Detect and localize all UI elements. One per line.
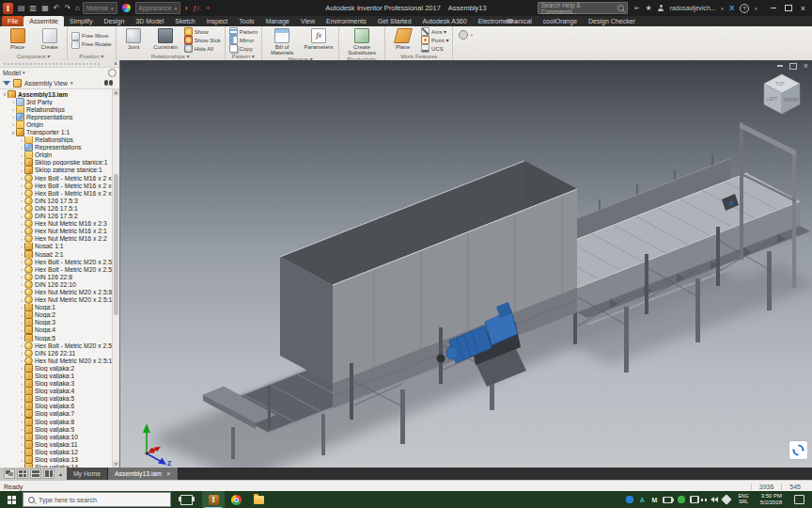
tree-scrollbar[interactable]: ▲ ▼ bbox=[112, 89, 119, 468]
help-icon[interactable]: ? bbox=[740, 4, 749, 13]
pattern-button[interactable]: Pattern bbox=[227, 28, 259, 36]
tree-item[interactable]: › Relationships bbox=[1, 136, 112, 144]
new-file-button[interactable]: ▤ bbox=[18, 5, 25, 12]
tree-item[interactable]: › Slog valjaka:6 bbox=[1, 403, 112, 410]
ribbon-tab[interactable]: File bbox=[2, 16, 23, 26]
ucs-button[interactable]: UCS bbox=[419, 45, 450, 53]
action-center-icon[interactable] bbox=[794, 495, 804, 504]
tree-item[interactable]: › Noga:4 bbox=[1, 326, 112, 334]
mirror-button[interactable]: Mirror bbox=[227, 37, 259, 44]
open-button[interactable]: ▥ bbox=[30, 5, 38, 12]
tree-item[interactable]: › Noga:3 bbox=[1, 319, 112, 326]
taskbar-search-input[interactable]: Type here to search bbox=[23, 492, 171, 507]
tree-item[interactable]: › Slog valjaka:4 bbox=[1, 388, 112, 395]
joint-button[interactable]: Joint bbox=[118, 27, 149, 53]
doc-minimize-button[interactable] bbox=[777, 65, 783, 67]
tree-item[interactable]: › DIN 126 22:10 bbox=[1, 280, 112, 288]
material-dropdown[interactable]: Material ▾ bbox=[83, 2, 117, 14]
close-button[interactable]: × bbox=[801, 5, 805, 12]
tree-item[interactable]: › Noga:5 bbox=[1, 334, 112, 341]
view-cube[interactable]: TOP LEFT FRONT bbox=[760, 72, 804, 118]
start-button[interactable] bbox=[0, 491, 23, 508]
restore-button[interactable] bbox=[785, 5, 792, 11]
ribbon-tab[interactable]: Get Started bbox=[372, 16, 417, 26]
plus-button[interactable]: + bbox=[206, 5, 211, 12]
ribbon-tab[interactable]: Environments bbox=[320, 16, 372, 26]
ribbon-tab[interactable]: Simplify bbox=[64, 16, 99, 26]
scrollbar-thumb[interactable] bbox=[114, 174, 118, 315]
favorites-star-icon[interactable]: ★ bbox=[645, 5, 651, 12]
tree-item[interactable]: › Origin bbox=[1, 120, 112, 128]
tree-item[interactable]: › Hex Bolt - Metric M20 x 2.5 x 50:2 bbox=[1, 258, 112, 265]
copy-button[interactable]: Copy bbox=[227, 45, 259, 53]
taskbar-explorer-app[interactable] bbox=[247, 491, 270, 508]
tree-item[interactable]: › Slog valjaka:5 bbox=[1, 395, 112, 403]
mail-icon[interactable]: M bbox=[650, 496, 658, 504]
undo-button[interactable]: ↶ bbox=[54, 5, 60, 12]
sign-in-arrow-icon[interactable]: ➢ bbox=[633, 5, 640, 12]
tree-item[interactable]: › Sklop pogonske stanice:1 bbox=[1, 159, 112, 167]
show-button[interactable]: Show bbox=[182, 28, 223, 36]
tile-windows-button[interactable] bbox=[17, 468, 28, 479]
tree-item[interactable]: › Hex Nut Metric M20 x 2.5:8 bbox=[1, 288, 112, 295]
task-view-button[interactable] bbox=[180, 495, 193, 505]
appearance-dropdown[interactable]: Appearance ▾ bbox=[135, 2, 181, 14]
scroll-up-icon[interactable]: ▲ bbox=[113, 89, 119, 96]
chat-icon[interactable] bbox=[690, 496, 699, 503]
dropdown-arrow-icon[interactable]: ▾ bbox=[755, 6, 757, 11]
tree-item[interactable]: › Slog valjaka:3 bbox=[1, 380, 112, 388]
tree-item[interactable]: › DIN 126 17.5:2 bbox=[1, 213, 112, 220]
battery-icon[interactable] bbox=[663, 497, 673, 503]
point-button[interactable]: Point ▾ bbox=[419, 37, 450, 44]
tree-item[interactable]: › Nosač 1:1 bbox=[1, 243, 112, 250]
panel-label[interactable]: Component ▾ bbox=[2, 53, 65, 60]
tree-item[interactable]: › Slog valjaka:11 bbox=[1, 440, 112, 448]
taskbar-inventor-app[interactable]: I bbox=[202, 491, 225, 508]
tree-item[interactable]: › Origin bbox=[1, 151, 112, 159]
redo-button[interactable]: ↷ bbox=[64, 5, 70, 12]
tree-item[interactable]: › DIN 126 17.5:1 bbox=[1, 204, 112, 212]
tree-item[interactable]: › Relationships bbox=[1, 105, 112, 113]
tree-item[interactable]: › DIN 126 22:8 bbox=[1, 273, 112, 280]
tab-assembly13[interactable]: Assembly13.iam × bbox=[108, 468, 179, 480]
language-indicator[interactable]: ENG SRL bbox=[738, 494, 748, 504]
ribbon-tab[interactable]: Design bbox=[99, 16, 131, 26]
ribbon-tab[interactable]: Inspect bbox=[201, 16, 234, 26]
tree-item[interactable]: › Hex Nut Metric M20 x 2.5:10 bbox=[1, 296, 112, 304]
volume-icon[interactable] bbox=[704, 497, 718, 502]
color-wheel-icon[interactable] bbox=[122, 4, 131, 12]
constrain-button[interactable]: Constrain bbox=[150, 27, 181, 53]
graphics-viewport[interactable]: × TOP LEFT FRONT Z bbox=[120, 60, 812, 468]
tree-item[interactable]: › Noga:2 bbox=[1, 311, 112, 319]
free-rotate-button[interactable]: Free Rotate bbox=[70, 40, 114, 48]
tree-item[interactable]: › Representations bbox=[1, 144, 112, 151]
tree-item[interactable]: › Sklop zatezne stanice:1 bbox=[1, 167, 112, 174]
tree-item[interactable]: › Slog valjaka:9 bbox=[1, 425, 112, 433]
save-button[interactable]: ▦ bbox=[41, 5, 49, 12]
browser-title[interactable]: Model bbox=[3, 70, 21, 76]
ribbon-tab[interactable]: coolOrange bbox=[538, 16, 583, 26]
help-search-box[interactable]: Search Help & Commands... bbox=[538, 2, 628, 14]
tab-my-home[interactable]: My Home bbox=[67, 468, 108, 480]
scroll-down-icon[interactable]: ▼ bbox=[113, 461, 119, 468]
tile-vertical-button[interactable] bbox=[43, 468, 55, 479]
panel-label[interactable]: Relationships ▾ bbox=[118, 53, 223, 60]
browser-grip-bar[interactable]: × bbox=[0, 60, 119, 68]
tree-item[interactable]: › Slog valjaka:2 bbox=[1, 364, 112, 372]
tree-item[interactable]: › Representations bbox=[1, 113, 112, 120]
parameters-button[interactable]: fxParameters bbox=[301, 27, 336, 56]
ribbon-tab[interactable]: Manage bbox=[260, 16, 295, 26]
hide-all-button[interactable]: Hide All bbox=[182, 45, 223, 53]
tile-horizontal-button[interactable] bbox=[30, 468, 41, 479]
tree-item[interactable]: › DIN 126 22:11 bbox=[1, 349, 112, 357]
tree-item[interactable]: › Hex Bolt - Metric M20 x 2.5 x 50:9 bbox=[1, 341, 112, 349]
browser-close-button[interactable]: × bbox=[114, 61, 117, 67]
home-button[interactable]: ⌂ bbox=[75, 5, 80, 12]
tree-item[interactable]: › Slog valjaka:1 bbox=[1, 372, 112, 379]
inventor-logo-icon[interactable]: I bbox=[3, 3, 13, 14]
ribbon-tab[interactable]: Sketch bbox=[169, 16, 200, 26]
search-binoculars-icon[interactable] bbox=[104, 80, 113, 86]
create-button[interactable]: Create bbox=[34, 27, 65, 53]
bill-of-materials-button[interactable]: Bill of Materials bbox=[264, 27, 300, 56]
record-button[interactable]: ▾ bbox=[502, 16, 523, 26]
